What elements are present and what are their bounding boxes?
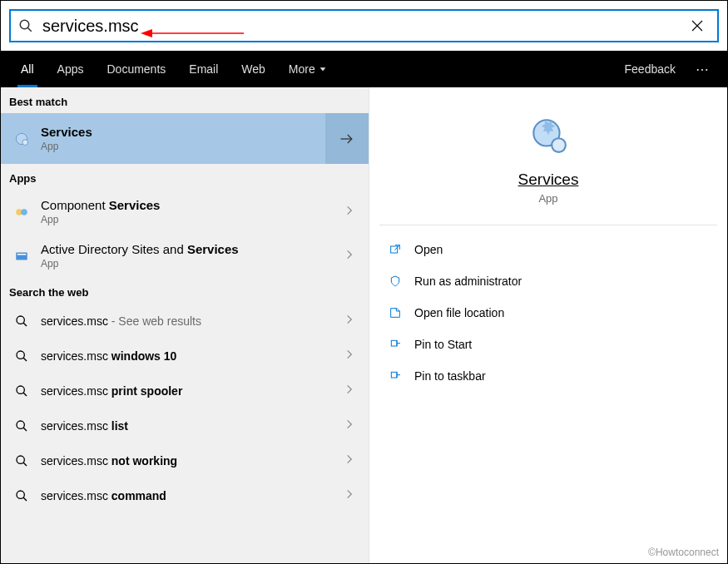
component-services-icon bbox=[12, 203, 31, 221]
action-pin-to-start[interactable]: Pin to Start bbox=[369, 329, 727, 360]
svg-line-21 bbox=[23, 428, 27, 431]
section-best-match: Best match bbox=[1, 87, 369, 113]
chevron-down-icon bbox=[319, 62, 327, 76]
action-icon bbox=[388, 274, 403, 289]
action-label: Open file location bbox=[414, 306, 504, 319]
search-icon bbox=[12, 452, 31, 470]
svg-line-19 bbox=[23, 393, 27, 396]
result-title: services.msc not working bbox=[41, 454, 339, 468]
clear-button[interactable] bbox=[677, 18, 717, 33]
feedback-link[interactable]: Feedback bbox=[613, 62, 687, 76]
tab-web[interactable]: Web bbox=[230, 51, 277, 87]
chevron-right-icon bbox=[339, 314, 360, 329]
action-icon bbox=[388, 242, 403, 257]
search-icon bbox=[12, 417, 31, 435]
result-sub: App bbox=[41, 141, 317, 152]
app-result-ad-sites-services[interactable]: Active Directory Sites and Services App bbox=[1, 234, 369, 278]
result-title: services.msc command bbox=[41, 489, 339, 502]
tab-documents[interactable]: Documents bbox=[95, 51, 177, 87]
preview-sub: App bbox=[369, 192, 727, 205]
action-open[interactable]: Open bbox=[369, 234, 727, 265]
action-run-as-administrator[interactable]: Run as administrator bbox=[369, 265, 727, 297]
app-result-component-services[interactable]: Component Services App bbox=[1, 190, 369, 234]
svg-point-11 bbox=[21, 209, 27, 215]
svg-point-24 bbox=[17, 491, 24, 498]
chevron-right-icon bbox=[339, 453, 360, 468]
svg-point-16 bbox=[17, 351, 24, 359]
result-title: services.msc windows 10 bbox=[41, 349, 339, 363]
result-title: services.msc list bbox=[41, 419, 339, 433]
search-icon bbox=[12, 487, 31, 505]
search-icon bbox=[12, 312, 31, 330]
action-label: Run as administrator bbox=[414, 275, 522, 288]
svg-line-17 bbox=[23, 358, 27, 361]
footer-credit: ©Howtoconnect bbox=[648, 547, 719, 558]
result-title: Active Directory Sites and Services bbox=[41, 242, 339, 256]
result-title: Component Services bbox=[41, 198, 339, 212]
chevron-right-icon bbox=[339, 418, 360, 433]
svg-line-23 bbox=[23, 463, 27, 466]
svg-point-8 bbox=[22, 139, 28, 145]
result-title: services.msc - See web results bbox=[41, 314, 339, 328]
tab-email[interactable]: Email bbox=[177, 51, 230, 87]
ad-sites-icon bbox=[12, 247, 31, 265]
svg-point-20 bbox=[17, 421, 24, 428]
filter-tabs-bar: All Apps Documents Email Web More Feedba… bbox=[1, 51, 727, 87]
svg-marker-6 bbox=[319, 67, 325, 71]
action-icon bbox=[388, 337, 403, 352]
chevron-right-icon bbox=[339, 349, 360, 364]
svg-point-27 bbox=[552, 138, 566, 152]
tab-all[interactable]: All bbox=[9, 51, 46, 87]
action-open-file-location[interactable]: Open file location bbox=[369, 297, 727, 329]
svg-point-18 bbox=[17, 386, 24, 393]
svg-rect-30 bbox=[391, 340, 397, 346]
result-title: Services bbox=[41, 125, 317, 139]
action-icon bbox=[388, 305, 403, 320]
services-app-icon bbox=[12, 130, 31, 148]
search-bar bbox=[9, 9, 719, 42]
chevron-right-icon bbox=[339, 249, 360, 264]
svg-line-15 bbox=[23, 323, 27, 326]
open-best-match-button[interactable] bbox=[325, 113, 369, 164]
svg-rect-13 bbox=[17, 254, 27, 255]
action-icon bbox=[388, 369, 403, 383]
best-match-result[interactable]: Services App bbox=[1, 113, 325, 164]
web-result[interactable]: services.msc list bbox=[1, 408, 369, 443]
svg-rect-28 bbox=[391, 246, 398, 253]
search-icon bbox=[11, 18, 41, 33]
tab-more[interactable]: More bbox=[277, 51, 339, 87]
services-large-icon bbox=[527, 114, 569, 156]
search-icon bbox=[12, 347, 31, 365]
chevron-right-icon bbox=[339, 488, 360, 503]
preview-pane: Services App OpenRun as administratorOpe… bbox=[369, 87, 727, 563]
chevron-right-icon bbox=[339, 383, 360, 398]
action-label: Pin to taskbar bbox=[414, 369, 486, 383]
svg-point-0 bbox=[20, 20, 29, 29]
svg-rect-12 bbox=[16, 252, 27, 260]
result-sub: App bbox=[41, 214, 339, 225]
tab-apps[interactable]: Apps bbox=[46, 51, 96, 87]
search-input[interactable] bbox=[41, 11, 677, 41]
section-apps: Apps bbox=[1, 164, 369, 190]
svg-point-14 bbox=[17, 316, 24, 324]
web-result[interactable]: services.msc not working bbox=[1, 443, 369, 478]
action-label: Pin to Start bbox=[414, 338, 472, 351]
preview-title[interactable]: Services bbox=[369, 171, 727, 189]
results-pane: Best match Services App Apps Componen bbox=[1, 87, 369, 563]
svg-point-22 bbox=[17, 456, 24, 463]
search-icon bbox=[12, 382, 31, 400]
svg-line-1 bbox=[27, 27, 32, 32]
chevron-right-icon bbox=[339, 205, 360, 220]
section-search-web: Search the web bbox=[1, 278, 369, 304]
web-result[interactable]: services.msc windows 10 bbox=[1, 339, 369, 374]
web-result[interactable]: services.msc print spooler bbox=[1, 374, 369, 408]
result-sub: App bbox=[41, 258, 339, 270]
more-options-button[interactable]: ⋯ bbox=[687, 62, 719, 77]
action-pin-to-taskbar[interactable]: Pin to taskbar bbox=[369, 360, 727, 392]
svg-rect-32 bbox=[391, 372, 397, 378]
result-title: services.msc print spooler bbox=[41, 384, 339, 398]
web-result[interactable]: services.msc - See web results bbox=[1, 304, 369, 339]
action-label: Open bbox=[414, 243, 443, 256]
svg-line-25 bbox=[23, 497, 27, 501]
web-result[interactable]: services.msc command bbox=[1, 478, 369, 513]
